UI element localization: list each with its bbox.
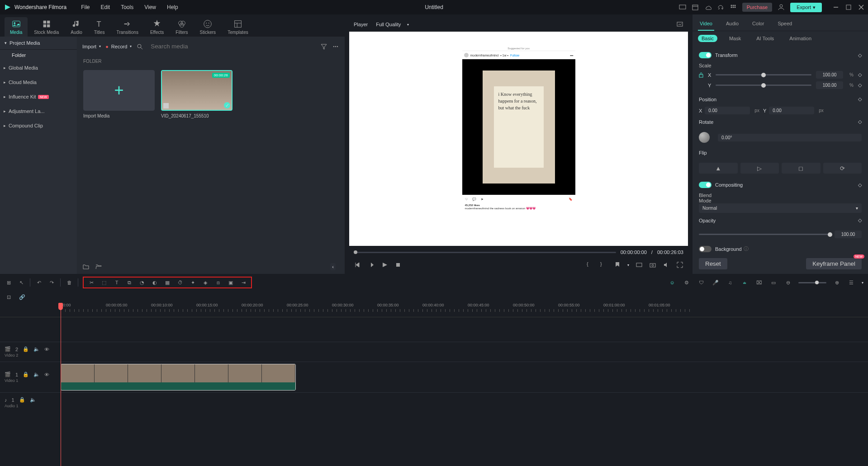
tab-effects[interactable]: Effects (145, 17, 169, 37)
compositing-toggle[interactable] (699, 182, 711, 188)
tab-templates[interactable]: Templates (222, 17, 254, 37)
menu-view[interactable]: View (144, 4, 156, 10)
import-media-tile[interactable]: + Import Media (83, 70, 155, 118)
undo-icon[interactable]: ↶ (35, 278, 43, 287)
gear-icon[interactable]: ⚙ (683, 278, 691, 287)
speed-icon[interactable]: ◔ (138, 278, 146, 287)
menu-tools[interactable]: Tools (121, 4, 133, 10)
zoom-out-icon[interactable]: ⊖ (784, 278, 792, 287)
headset-icon[interactable] (717, 4, 724, 11)
reset-button[interactable]: Reset (699, 258, 727, 269)
rotate-input[interactable] (718, 134, 862, 141)
close-icon[interactable] (858, 4, 864, 10)
subtab-ai-tools[interactable]: AI Tools (753, 35, 778, 42)
flip-horizontal-button[interactable]: ▲ (699, 163, 738, 174)
filter-icon[interactable] (320, 43, 327, 50)
calendar-icon[interactable] (692, 4, 699, 11)
prev-frame-icon[interactable] (354, 261, 361, 268)
menu-edit[interactable]: Edit (101, 4, 110, 10)
cursor-icon[interactable]: ↖ (17, 278, 25, 287)
mixer-icon[interactable]: ⫨ (740, 278, 749, 287)
menu-help[interactable]: Help (167, 4, 178, 10)
tab-transitions[interactable]: Transitions (111, 17, 144, 37)
text-icon[interactable]: T (113, 278, 121, 287)
background-header[interactable]: Backgroundⓘ (699, 241, 862, 254)
import-button[interactable]: Import▾ (82, 44, 101, 49)
subtab-animation[interactable]: Animation (786, 35, 815, 42)
snapshot-icon[interactable] (649, 261, 656, 268)
inspector-tab-video[interactable]: Video (698, 18, 714, 31)
track-video-1[interactable]: 🎬1🔒🔈👁Video 1 (0, 362, 868, 392)
scale-y-slider[interactable] (716, 85, 811, 86)
inspector-tab-audio[interactable]: Audio (724, 18, 740, 31)
inspector-tab-color[interactable]: Color (750, 18, 766, 31)
opacity-slider[interactable] (699, 234, 830, 235)
keyframe-icon[interactable]: ✦ (189, 278, 197, 287)
folder-open-icon[interactable] (95, 263, 102, 270)
tab-stock-media[interactable]: Stock Media (28, 17, 64, 37)
flip-both-button[interactable]: ⟳ (823, 163, 862, 174)
compositing-header[interactable]: Compositing ◇ (699, 177, 862, 193)
sidebar-adjustment-layer[interactable]: ▸Adjustment La... (0, 104, 77, 118)
video-clip[interactable] (61, 364, 296, 391)
bracket-close-icon[interactable]: } (600, 261, 607, 268)
marker-icon[interactable] (614, 261, 621, 268)
position-x-input[interactable] (705, 107, 750, 114)
volume-icon[interactable] (663, 261, 670, 268)
tab-audio[interactable]: Audio (65, 17, 88, 37)
minimize-icon[interactable] (833, 4, 839, 10)
track-settings-icon[interactable]: ⊡ (5, 293, 13, 301)
keyframe-diamond-icon[interactable]: ◇ (858, 52, 862, 58)
search-input[interactable] (148, 41, 316, 52)
shield-icon[interactable]: 🛡 (697, 278, 705, 287)
scale-x-slider[interactable] (716, 74, 811, 75)
quality-selector[interactable]: Full Quality▾ (376, 22, 409, 27)
sidebar-compound-clip[interactable]: ▸Compound Clip (0, 118, 77, 133)
scale-x-input[interactable] (816, 71, 843, 79)
expand-icon[interactable]: ⇥ (239, 278, 247, 287)
scrub-bar[interactable] (354, 252, 616, 253)
group-icon[interactable]: ⧈ (214, 278, 222, 287)
tab-stickers[interactable]: Stickers (194, 17, 222, 37)
sidebar-global-media[interactable]: ▸Global Media (0, 61, 77, 75)
preview-compare-icon[interactable] (676, 21, 683, 28)
keyframe-diamond-icon[interactable]: ◇ (858, 82, 862, 88)
more-icon[interactable] (332, 43, 339, 50)
maximize-icon[interactable] (845, 4, 852, 10)
bracket-open-icon[interactable]: { (587, 261, 594, 268)
player-tab[interactable]: Player (354, 22, 368, 27)
transform-header[interactable]: Transform ◇ (699, 47, 862, 63)
tab-titles[interactable]: TTitles (89, 17, 110, 37)
export-button[interactable]: Export▾ (790, 3, 822, 12)
record-screen-icon[interactable]: ⌧ (755, 278, 763, 287)
track-video-2[interactable]: 🎬2🔒🔈👁Video 2 (0, 342, 868, 362)
mic-icon[interactable]: 🎤 (711, 278, 720, 287)
subtab-mask[interactable]: Mask (726, 35, 745, 42)
copy-icon[interactable]: ⧉ (125, 278, 133, 287)
folder-item[interactable]: Folder (7, 50, 77, 61)
project-media-header[interactable]: ▾Project Media (0, 37, 77, 50)
aspect-icon[interactable] (636, 261, 643, 268)
apps-icon[interactable] (730, 4, 737, 11)
music-icon[interactable]: ♫ (726, 278, 734, 287)
rotate-knob[interactable] (699, 132, 710, 143)
folder-new-icon[interactable] (82, 263, 90, 270)
subtab-basic[interactable]: Basic (698, 35, 717, 42)
opacity-input[interactable] (835, 231, 862, 238)
account-icon[interactable] (778, 4, 785, 11)
background-toggle[interactable] (699, 246, 711, 252)
play-pause-icon[interactable] (367, 261, 375, 268)
collapse-sidebar-button[interactable]: ‹ (330, 263, 336, 270)
cloud-icon[interactable] (704, 4, 711, 11)
play-icon[interactable] (381, 261, 388, 268)
link-icon[interactable]: 🔗 (18, 293, 26, 301)
record-button[interactable]: ●Record▾ (105, 44, 132, 49)
keyframe-diamond-icon[interactable]: ◇ (858, 182, 862, 188)
keyframe-diamond-icon[interactable]: ◇ (858, 72, 862, 78)
screen-icon[interactable] (679, 4, 686, 11)
sidebar-influence-kit[interactable]: ▸Influence KitNEW (0, 89, 77, 104)
freeze-icon[interactable]: ▣ (227, 278, 235, 287)
purchase-button[interactable]: Purchase (742, 3, 772, 12)
keyframe-panel-button[interactable]: Keyframe PanelNEW (806, 258, 862, 269)
timeline-ruler[interactable]: 00:00 00:00:05:00 00:00:10:00 00:00:15:0… (0, 303, 868, 317)
